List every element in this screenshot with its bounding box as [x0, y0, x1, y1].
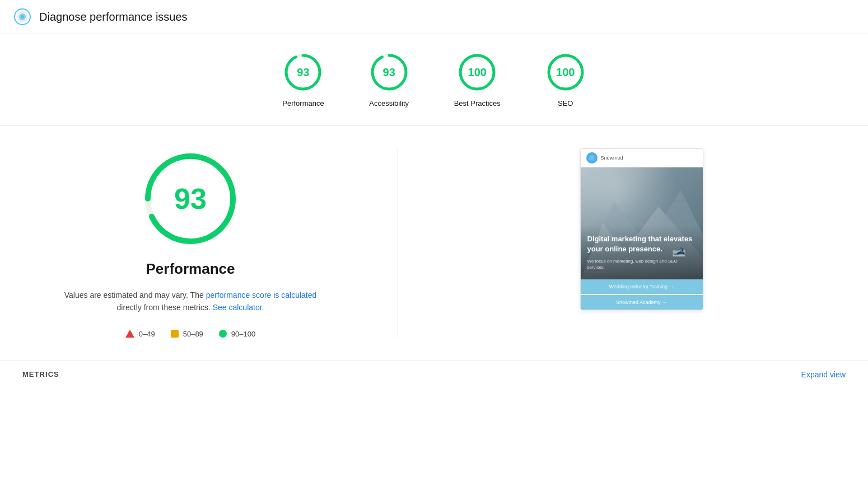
- website-preview: Snowmed 🎿 Digital marketing that elevate…: [580, 148, 703, 310]
- legend-item-orange: 50–89: [171, 330, 203, 338]
- score-legend: 0–49 50–89 90–100: [125, 330, 255, 338]
- preview-hero-overlay: Digital marketing that elevates your onl…: [581, 225, 703, 279]
- score-summary-bar: 93 Performance 93 Accessibility 100 Best…: [0, 34, 868, 126]
- big-score-value: 93: [174, 182, 207, 216]
- accessibility-label-small: Accessibility: [369, 99, 409, 107]
- page-header: Diagnose performance issues: [0, 0, 868, 34]
- score-item-accessibility[interactable]: 93 Accessibility: [369, 52, 409, 107]
- seo-label-small: SEO: [558, 99, 573, 107]
- left-panel: 93 Performance Values are estimated and …: [22, 148, 358, 338]
- orange-square-icon: [171, 330, 179, 338]
- right-panel: Snowmed 🎿 Digital marketing that elevate…: [437, 148, 846, 338]
- performance-label-small: Performance: [282, 99, 324, 107]
- best-practices-score-small: 100: [468, 66, 487, 79]
- seo-circle: 100: [545, 52, 586, 92]
- big-score-label: Performance: [146, 260, 235, 278]
- main-content: 93 Performance Values are estimated and …: [0, 126, 868, 361]
- red-triangle-icon: [125, 330, 134, 338]
- green-circle-icon: [219, 330, 227, 338]
- preview-hero-image: 🎿 Digital marketing that elevates your o…: [581, 167, 703, 279]
- score-item-performance[interactable]: 93 Performance: [282, 52, 324, 107]
- calculator-link[interactable]: See calculator.: [213, 303, 264, 312]
- performance-circle: 93: [283, 52, 323, 92]
- preview-btn-2[interactable]: Snowmed Academy →: [581, 295, 703, 310]
- performance-score-link[interactable]: performance score is calculated: [206, 291, 317, 300]
- preview-site-name: Snowmed: [601, 155, 623, 161]
- legend-range-red: 0–49: [139, 330, 155, 338]
- preview-cta-buttons: Wedding Industry Training → Snowmed Acad…: [581, 279, 703, 310]
- preview-hero-title: Digital marketing that elevates your onl…: [587, 234, 696, 254]
- legend-item-red: 0–49: [125, 330, 155, 338]
- svg-point-3: [21, 15, 24, 18]
- accessibility-score-small: 93: [383, 66, 395, 79]
- page-title: Diagnose performance issues: [39, 11, 188, 24]
- legend-item-green: 90–100: [219, 330, 255, 338]
- best-practices-circle: 100: [457, 52, 497, 92]
- score-item-best-practices[interactable]: 100 Best Practices: [454, 52, 501, 107]
- legend-range-green: 90–100: [231, 330, 255, 338]
- expand-view-link[interactable]: Expand view: [801, 370, 846, 379]
- best-practices-label-small: Best Practices: [454, 99, 501, 107]
- legend-range-orange: 50–89: [183, 330, 203, 338]
- score-item-seo[interactable]: 100 SEO: [545, 52, 586, 107]
- preview-btn-1[interactable]: Wedding Industry Training →: [581, 279, 703, 294]
- seo-score-small: 100: [556, 66, 575, 79]
- description-part2: directly from these metrics.: [117, 303, 213, 312]
- big-score-circle: 93: [140, 148, 241, 249]
- performance-score-small: 93: [297, 66, 309, 79]
- vertical-divider: [398, 148, 398, 338]
- accessibility-circle: 93: [369, 52, 409, 92]
- lighthouse-icon: [13, 8, 31, 26]
- metrics-label: METRICS: [22, 370, 59, 378]
- preview-header: Snowmed: [581, 149, 703, 167]
- preview-hero-subtitle: We focus on marketing, web design and SE…: [587, 258, 696, 270]
- preview-site-logo: [586, 152, 598, 163]
- bottom-bar: METRICS Expand view: [0, 361, 868, 388]
- description-text: Values are estimated and may vary. The p…: [56, 289, 325, 314]
- description-part1: Values are estimated and may vary. The: [64, 291, 206, 300]
